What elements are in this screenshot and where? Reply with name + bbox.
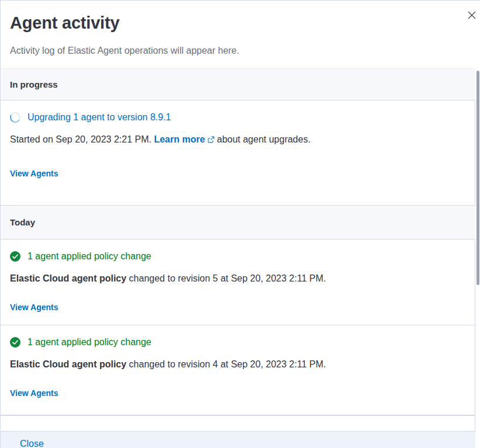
page-subtitle: Activity log of Elastic Agent operations…: [10, 45, 452, 57]
activity-title: 1 agent applied policy change: [27, 251, 151, 262]
agent-activity-flyout: Agent activity Activity log of Elastic A…: [0, 0, 480, 448]
section-label-text: Today: [10, 217, 35, 227]
section-header-today: Today: [1, 206, 475, 239]
section-header-in-progress: In progress: [1, 68, 475, 100]
flyout-header: Agent activity Activity log of Elastic A…: [1, 1, 480, 68]
close-button[interactable]: Close: [20, 439, 44, 448]
detail-text: changed to revision 4 at Sep 20, 2023 2:…: [126, 359, 326, 369]
policy-name: Elastic Cloud agent policy: [10, 273, 126, 283]
view-agents-button[interactable]: View Agents: [10, 169, 58, 178]
detail-prefix: Started on Sep 20, 2023 2:21 PM.: [10, 134, 154, 144]
close-flyout-button[interactable]: [465, 8, 479, 22]
page-title: Agent activity: [10, 12, 452, 33]
activity-description: Elastic Cloud agent policy changed to re…: [10, 272, 465, 284]
flyout-footer: Close: [1, 432, 475, 448]
activity-title-row: 1 agent applied policy change: [10, 251, 465, 262]
activity-title-row: 1 agent applied policy change: [10, 336, 465, 348]
view-agents-button[interactable]: View Agents: [10, 388, 58, 398]
learn-more-label: Learn more: [154, 134, 205, 144]
upgrade-activity-link[interactable]: Upgrading 1 agent to version 8.9.1: [27, 112, 171, 123]
scrollbar-thumb[interactable]: [476, 71, 479, 285]
detail-suffix: about agent upgrades.: [215, 134, 311, 144]
activity-item-policy-change: 1 agent applied policy change Elastic Cl…: [1, 325, 475, 415]
check-in-circle-icon: [10, 251, 20, 262]
activity-title: 1 agent applied policy change: [27, 336, 151, 348]
view-agents-button[interactable]: View Agents: [10, 303, 58, 312]
loading-spinner-icon: [9, 111, 22, 124]
activity-item-partial: [1, 415, 475, 432]
learn-more-link[interactable]: Learn more: [154, 134, 214, 144]
activity-description: Started on Sep 20, 2023 2:21 PM. Learn m…: [10, 133, 465, 145]
section-label-text: In progress: [10, 79, 58, 89]
policy-name: Elastic Cloud agent policy: [10, 359, 126, 369]
activity-title-row: Upgrading 1 agent to version 8.9.1: [10, 112, 465, 123]
close-icon: [468, 11, 476, 19]
check-in-circle-icon: [10, 337, 20, 348]
external-link-icon: [208, 136, 215, 143]
detail-text: changed to revision 5 at Sep 20, 2023 2:…: [126, 273, 326, 283]
activity-item-upgrade: Upgrading 1 agent to version 8.9.1 Start…: [1, 100, 475, 206]
activity-item-policy-change: 1 agent applied policy change Elastic Cl…: [1, 239, 475, 325]
activity-description: Elastic Cloud agent policy changed to re…: [10, 358, 465, 370]
